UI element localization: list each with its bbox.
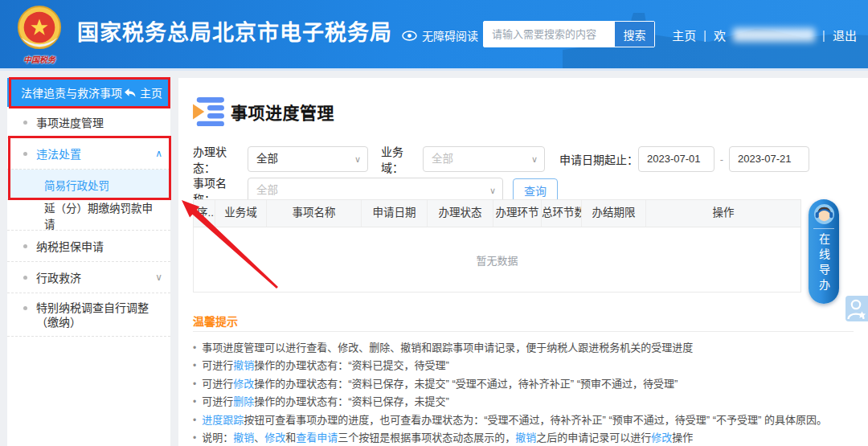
chevron-down-icon: ∨	[354, 147, 361, 171]
sidebar-item-label: 违法处置	[36, 145, 81, 162]
tip-item: •事项进度管理可以进行查看、修改、删除、撤销和跟踪事项申请记录，便于纳税人跟进税…	[193, 339, 854, 357]
site-title: 国家税务总局北京市电子税务局	[77, 0, 392, 68]
date-separator: -	[714, 153, 729, 166]
tips-divider	[193, 331, 854, 332]
tip-link[interactable]: 删除	[233, 395, 254, 407]
bullet-icon	[23, 121, 27, 125]
person-star-icon	[846, 297, 867, 320]
divider	[813, 228, 834, 229]
tax-bureau-logo: 中国税务	[13, 5, 66, 65]
logo-caption: 中国税务	[13, 53, 66, 65]
tip-item: •可进行删除操作的办理状态有：“资料已保存，未提交”	[193, 393, 854, 411]
bullet-icon: •	[193, 342, 196, 354]
tip-link[interactable]: 撤销	[233, 432, 254, 444]
national-tax-emblem-icon	[16, 5, 63, 51]
table-column-header: 业务域	[215, 200, 267, 227]
sidebar-item[interactable]: 事项进度管理	[7, 107, 170, 138]
tips-title: 温馨提示	[193, 313, 238, 329]
search-input[interactable]	[484, 22, 614, 47]
tip-item: •进度跟踪按钮可查看事项办理的进度，也可查看办理状态为：“受理不通过，待补齐补正…	[193, 411, 854, 429]
tip-text: 操作	[672, 432, 693, 444]
sidebar-title: 法律追责与救济事项	[21, 84, 124, 100]
tip-link[interactable]: 修改	[264, 432, 285, 444]
page: 中国税务 国家税务总局北京市电子税务局 无障碍阅读 搜索 主页 | 欢 | 退出…	[0, 0, 868, 446]
accessibility-label: 无障碍阅读	[422, 27, 478, 43]
status-filter-label: 办理状态：	[193, 143, 248, 175]
tip-text: 、	[254, 432, 264, 444]
table-column-header: 申请日期	[362, 200, 428, 227]
user-star-widget[interactable]	[845, 296, 868, 321]
bullet-icon	[23, 276, 27, 280]
sidebar-item[interactable]: 违法处置∧	[7, 138, 170, 170]
task-list-icon	[191, 97, 225, 126]
tip-text: 可进行	[202, 378, 233, 390]
header-nav: 主页 | 欢 | 退出	[672, 27, 857, 43]
tip-text: 和	[285, 432, 296, 444]
table-column-header: 办理状态	[428, 200, 493, 227]
sidebar-item[interactable]: 简易行政处罚	[7, 170, 170, 200]
tips-list: •事项进度管理可以进行查看、修改、删除、撤销和跟踪事项申请记录，便于纳税人跟进税…	[193, 339, 854, 446]
domain-filter-label: 业务域：	[381, 143, 423, 175]
tip-link[interactable]: 撤销	[515, 432, 536, 444]
tip-link[interactable]: 修改	[233, 378, 254, 390]
sidebar-item-label: 纳税担保申请	[36, 238, 104, 254]
back-to-home-button[interactable]: 主页	[124, 84, 162, 100]
tip-link[interactable]: 进度跟踪	[202, 414, 244, 426]
greeting-prefix: 欢	[714, 27, 726, 43]
sidebar: 法律追责与救济事项 主页 事项进度管理违法处置∧简易行政处罚延（分）期缴纳罚款申…	[7, 78, 170, 446]
online-guide-label: 在线导办	[816, 233, 832, 294]
tip-link[interactable]: 查看申请	[296, 432, 338, 444]
search-group: 搜索	[483, 21, 655, 47]
bullet-icon: •	[193, 432, 196, 444]
sidebar-item[interactable]: 行政救济∨	[7, 262, 170, 293]
logout-link[interactable]: 退出	[833, 27, 857, 43]
table-column-header: 办理环节	[493, 200, 542, 227]
home-link[interactable]: 主页	[672, 27, 696, 43]
table-column-header: 办结期限	[582, 200, 646, 227]
bullet-icon	[23, 306, 27, 310]
nav-separator: |	[703, 28, 706, 42]
date-to-input[interactable]: 2023-07-21	[729, 146, 809, 172]
tip-text: 操作的办理状态有：“资料已保存，未提交” “受理不通过，待补齐补正” “预审不通…	[254, 378, 678, 390]
filter-row-1: 办理状态： 全部 ∨ 业务域： 全部 ∨ 申请日期起止： 2023-07-01 …	[193, 143, 809, 175]
eye-icon	[402, 31, 417, 41]
sidebar-item-label: 延（分）期缴纳罚款申请	[44, 199, 162, 231]
accessibility-link[interactable]: 无障碍阅读	[402, 27, 478, 43]
bullet-icon: •	[193, 378, 196, 390]
header-bottom-strip	[0, 68, 868, 71]
tip-text: 三个按钮是根据事项状态动态展示的，	[338, 432, 515, 444]
page-title: 事项进度管理	[231, 100, 334, 124]
sidebar-item[interactable]: 延（分）期缴纳罚款申请	[7, 200, 170, 231]
sidebar-item[interactable]: 纳税担保申请	[7, 231, 170, 262]
sidebar-item-label: 事项进度管理	[36, 114, 104, 130]
tip-link[interactable]: 撤销	[233, 359, 254, 371]
sidebar-menu: 事项进度管理违法处置∧简易行政处罚延（分）期缴纳罚款申请纳税担保申请行政救济∨特…	[7, 107, 170, 337]
chevron-down-icon: ∨	[155, 272, 162, 283]
tip-text: 事项进度管理可以进行查看、修改、删除、撤销和跟踪事项申请记录，便于纳税人跟进税务…	[202, 342, 693, 354]
bullet-icon	[23, 152, 27, 156]
sidebar-item[interactable]: 特别纳税调查自行调整（缴纳）	[7, 293, 170, 337]
tip-item: •可进行撤销操作的办理状态有：“资料已提交，待受理”	[193, 357, 854, 374]
tip-link[interactable]: 修改	[651, 432, 672, 444]
chevron-up-icon: ∧	[155, 148, 162, 159]
sidebar-home-label: 主页	[140, 84, 162, 100]
tip-item: •可进行修改操作的办理状态有：“资料已保存，未提交” “受理不通过，待补齐补正”…	[193, 375, 854, 393]
search-button[interactable]: 搜索	[614, 22, 654, 47]
tip-text: 操作的办理状态有：“资料已提交，待受理”	[254, 359, 449, 371]
domain-select[interactable]: 全部 ∨	[423, 146, 545, 172]
tip-text: 之后的申请记录可以进行	[536, 432, 651, 444]
status-select[interactable]: 全部 ∨	[248, 146, 368, 172]
bullet-icon: •	[193, 360, 196, 371]
customer-service-avatar	[813, 203, 835, 225]
table-header-row: 序...业务域事项名称申请日期办理状态办理环节总环节数办结期限操作	[194, 200, 800, 227]
sidebar-header: 法律追责与救济事项 主页	[7, 78, 170, 107]
tip-text: 可进行	[202, 359, 233, 371]
nav-separator: |	[822, 28, 825, 42]
username-redacted	[733, 28, 815, 42]
bullet-icon: •	[193, 415, 196, 426]
online-guide-button[interactable]: 在线导办	[809, 199, 839, 304]
date-from-input[interactable]: 2023-07-01	[638, 146, 714, 172]
progress-table: 序...业务域事项名称申请日期办理状态办理环节总环节数办结期限操作 暂无数据	[193, 199, 801, 293]
header: 中国税务 国家税务总局北京市电子税务局 无障碍阅读 搜索 主页 | 欢 | 退出	[0, 0, 868, 68]
bullet-icon: •	[193, 396, 196, 407]
